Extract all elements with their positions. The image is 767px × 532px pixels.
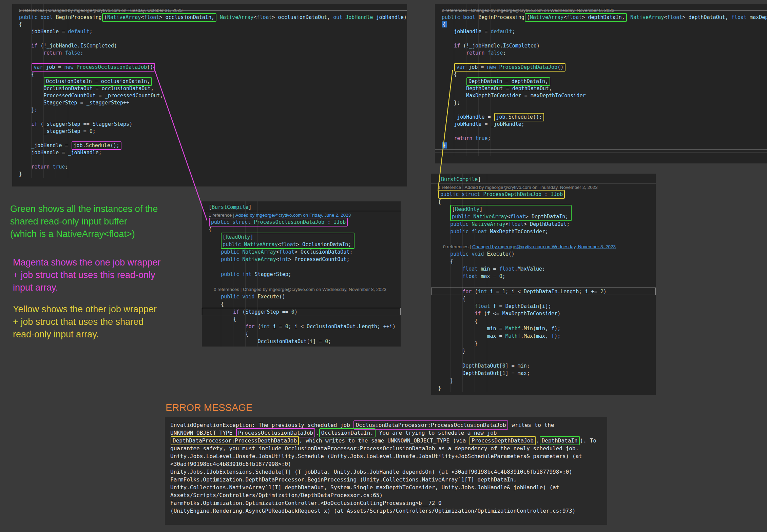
code-token: for — [245, 323, 254, 330]
code-token: NativeArray — [530, 14, 563, 20]
code-token: float — [510, 214, 525, 220]
code-token — [438, 273, 462, 279]
code-token: ; — [565, 214, 568, 220]
code-line: return true; — [19, 163, 407, 171]
code-token — [442, 85, 466, 92]
code-token: int — [279, 256, 288, 262]
code-token: . — [521, 333, 524, 339]
code-token — [217, 14, 220, 20]
code-token: = — [496, 326, 505, 332]
code-token — [19, 100, 43, 106]
code-token — [438, 229, 450, 235]
highlight-box-magenta: var job = new ProcessOcclusionDataJob() — [32, 63, 155, 72]
code-token: bool — [40, 14, 56, 20]
code-token: OcclusionDataIn — [302, 241, 348, 248]
code-token: DepthDataOut — [462, 370, 499, 376]
code-token — [438, 333, 487, 339]
code-token: > — [296, 241, 302, 248]
code-token: = — [496, 303, 505, 309]
code-area-depth-beginprocessing[interactable]: 2 references | Changed by mgeorge@crytiv… — [435, 4, 767, 156]
code-token: public — [221, 249, 242, 255]
code-token: > — [582, 14, 588, 20]
code-token: { — [438, 258, 453, 264]
code-token: { — [209, 301, 224, 307]
code-line: min = Mathf.Min(min, f); — [438, 325, 656, 332]
code-line: public struct ProcessOcclusionDataJob : … — [209, 218, 401, 226]
code-line — [442, 106, 767, 114]
code-token: > — [159, 14, 165, 20]
code-token: Unity.Jobs.LowLevel.Unsafe.JobsUtility.S… — [170, 453, 582, 459]
code-token: ( — [254, 323, 261, 330]
code-area-process-occlusion-data-job[interactable]: [BurstCompile]1 reference | Added by mge… — [202, 201, 401, 347]
code-token: ) — [557, 311, 560, 317]
code-token: { — [209, 226, 212, 233]
code-token: false — [65, 50, 80, 56]
code-token: float — [279, 249, 294, 255]
code-token: float — [462, 273, 478, 279]
code-token: ) — [129, 121, 132, 127]
code-token: }; — [442, 100, 460, 106]
code-token: , — [147, 78, 150, 84]
code-token: < — [507, 214, 510, 220]
code-token: DepthDataIn — [505, 303, 539, 309]
code-token: < — [664, 14, 667, 20]
editor-panel-occlusion-beginprocessing: 2 references | Changed by mgeorge@crytiv… — [12, 4, 407, 186]
code-token: 0 — [502, 363, 505, 369]
code-token: } — [438, 340, 478, 347]
code-line: { — [209, 300, 401, 308]
code-token — [472, 135, 475, 141]
code-token: < — [515, 289, 524, 295]
code-line: jobHandle = _jobHandle; — [19, 149, 407, 156]
code-token: = — [59, 150, 68, 156]
code-line: if (_staggerStep == StaggerSteps) — [19, 121, 407, 128]
code-line: DepthDataOut[0] = min; — [438, 362, 656, 370]
codelens-link[interactable]: Added by mgeorge@crytivo.com on Friday, … — [235, 213, 351, 218]
code-token: Mathf — [505, 326, 521, 332]
code-token: DepthDataIn — [542, 437, 578, 444]
code-line — [438, 355, 656, 362]
code-token: = — [502, 78, 512, 84]
code-token: if — [475, 311, 481, 317]
code-token: JobHandle — [345, 14, 373, 20]
code-line: { — [19, 21, 407, 28]
code-token: var — [456, 64, 465, 70]
note-line: Magenta shows the one job wrapper — [13, 256, 160, 269]
code-token — [19, 150, 31, 156]
code-line — [209, 263, 401, 271]
code-token: BeginProcessing — [56, 14, 101, 20]
code-token: guarantee safety, you must include Occlu… — [170, 445, 579, 452]
code-line: public void Execute() — [209, 293, 401, 300]
code-line: { — [438, 198, 656, 205]
code-line: [BurstCompile] — [209, 203, 401, 211]
code-token: jobHandle — [31, 28, 59, 35]
code-token: DepthDataIn — [532, 214, 565, 220]
code-line — [442, 128, 767, 135]
code-line: FarmFolks.Optimization.OptimizationContr… — [170, 499, 602, 507]
code-line: { — [209, 226, 401, 233]
codelens-link[interactable]: Changed by mgeorge@crytivo.com on Wednes… — [472, 244, 616, 249]
code-token: [ — [499, 370, 502, 376]
code-line — [442, 57, 767, 64]
code-token — [438, 221, 450, 227]
error-message-label: ERROR MESSAGE — [166, 402, 252, 413]
highlight-box-green: DepthDataIn — [540, 436, 580, 445]
code-token: Execute — [258, 294, 279, 300]
code-token: NativeArray — [242, 256, 276, 262]
code-token: false — [487, 50, 503, 56]
code-token: OcclusionDataProcessor:ProcessOcclusionD… — [356, 422, 506, 428]
code-token: . — [557, 289, 560, 295]
code-token: i — [585, 289, 588, 295]
code-token: Schedule — [86, 142, 110, 149]
code-token: (! — [460, 43, 469, 49]
code-token: ; — [567, 221, 570, 227]
code-line: (UnityEngine.Rendering.AsyncGPUReadbackR… — [170, 507, 602, 515]
code-token: ) — [404, 14, 407, 20]
code-token — [442, 114, 454, 120]
code-area-process-depth-data-job[interactable]: [BurstCompile]1 reference | Added by mge… — [431, 174, 656, 392]
code-token: [ — [438, 176, 441, 182]
code-area-occlusion-beginprocessing[interactable]: 2 references | Changed by mgeorge@crytiv… — [12, 4, 407, 178]
code-token: { — [19, 71, 34, 77]
code-line: <30adf90198bc4c4b83910c6fb1877998>:0) — [170, 460, 602, 468]
code-token: ; — [545, 229, 548, 235]
code-token: IsCompleted — [503, 43, 537, 49]
